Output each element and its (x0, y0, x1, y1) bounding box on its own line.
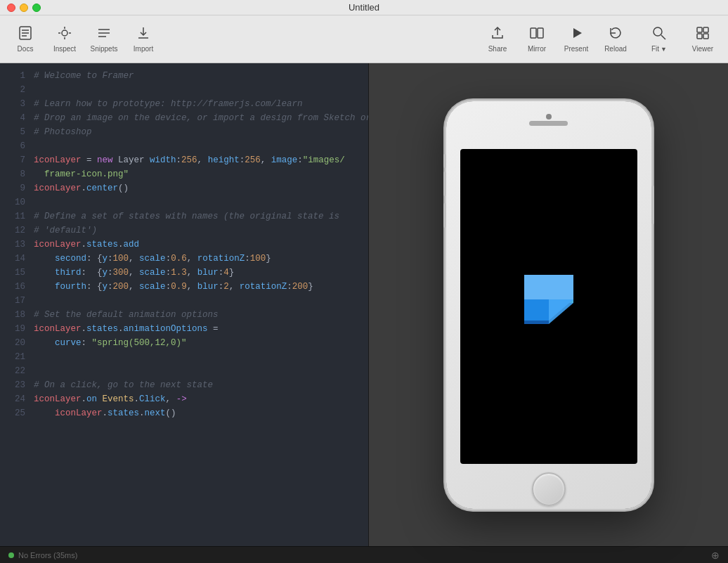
svg-rect-21 (703, 34, 708, 39)
zoom-chevron: ▼ (661, 46, 667, 53)
code-line-7: 7 iconLayer = new Layer width:256, heigh… (0, 153, 368, 167)
mirror-label: Mirror (528, 45, 546, 53)
code-line-15: 15 third: {y:300, scale:1.3, blur:4} (0, 266, 368, 280)
code-line-23: 23 # On a click, go to the next state (0, 378, 368, 392)
code-line-4: 4 # Drop an image on the device, or impo… (0, 111, 368, 125)
code-line-10: 10 (0, 195, 368, 209)
viewer-label: Viewer (692, 45, 713, 53)
code-line-5: 5 # Photoshop (0, 125, 368, 139)
traffic-lights (7, 4, 41, 12)
inspect-button[interactable]: Inspect (46, 21, 83, 58)
code-line-18: 18 # Set the default animation options (0, 308, 368, 322)
preview-area (369, 63, 728, 546)
svg-rect-19 (703, 27, 708, 32)
reload-button[interactable]: Reload (597, 21, 634, 58)
code-line-1: 1 # Welcome to Framer (0, 69, 368, 83)
code-line-25: 25 iconLayer.states.next() (0, 406, 368, 420)
toolbar-right: Share Mirror Present (479, 21, 721, 58)
code-line-14: 14 second: {y:100, scale:0.6, rotationZ:… (0, 252, 368, 266)
mirror-icon (529, 25, 545, 43)
docs-button[interactable]: Docs (7, 21, 44, 58)
minimize-button[interactable] (20, 4, 28, 12)
mute-button (443, 154, 446, 168)
zoom-icon (651, 25, 667, 43)
status-text: No Errors (35ms) (18, 551, 77, 559)
svg-marker-26 (524, 299, 549, 321)
window-title: Untitled (349, 2, 379, 13)
code-line-16: 16 fourth: {y:200, scale:0.9, blur:2, ro… (0, 280, 368, 294)
code-line-19: 19 iconLayer.states.animationOptions = (0, 322, 368, 336)
present-label: Present (564, 45, 588, 53)
code-line-21: 21 (0, 350, 368, 364)
import-icon (136, 25, 151, 43)
code-line-3: 3 # Learn how to prototype: http://frame… (0, 97, 368, 111)
docs-icon (18, 25, 33, 43)
camera (546, 114, 552, 119)
align-icon: ⊕ (711, 550, 720, 561)
code-line-2: 2 (0, 83, 368, 97)
import-label: Import (134, 45, 153, 53)
home-button[interactable] (532, 472, 566, 506)
reload-icon (608, 25, 623, 43)
share-button[interactable]: Share (479, 21, 516, 58)
status-errors: No Errors (35ms) (8, 551, 77, 559)
code-line-17: 17 (0, 294, 368, 308)
toolbar: Docs Inspect S (0, 15, 728, 63)
share-label: Share (488, 45, 507, 53)
code-content[interactable]: 1 # Welcome to Framer 2 3 # Learn how to… (0, 63, 368, 546)
zoom-button[interactable]: Fit ▼ (637, 21, 682, 58)
svg-point-4 (62, 30, 67, 36)
inspect-icon (57, 25, 72, 43)
svg-point-16 (654, 27, 662, 36)
maximize-button[interactable] (32, 4, 41, 12)
title-bar: Untitled (0, 0, 728, 15)
inspect-label: Inspect (53, 45, 76, 53)
code-line-11: 11 # Define a set of states with names (… (0, 209, 368, 224)
svg-rect-13 (531, 28, 536, 38)
import-button[interactable]: Import (125, 21, 162, 58)
snippets-icon (96, 25, 112, 43)
reload-label: Reload (604, 45, 627, 53)
iphone-top (446, 101, 651, 149)
volume-up-button (443, 172, 446, 196)
svg-marker-27 (549, 299, 573, 321)
code-line-22: 22 (0, 364, 368, 378)
present-button[interactable]: Present (558, 21, 594, 58)
volume-down-button (443, 203, 446, 228)
code-line-6: 6 (0, 139, 368, 153)
code-line-13: 13 iconLayer.states.add (0, 238, 368, 252)
svg-rect-18 (697, 27, 702, 32)
share-icon (490, 25, 505, 43)
status-bar: No Errors (35ms) ⊕ (0, 546, 728, 563)
main-area: 1 # Welcome to Framer 2 3 # Learn how to… (0, 63, 728, 546)
code-line-20: 20 curve: "spring(500,12,0)" (0, 336, 368, 350)
svg-marker-25 (524, 275, 573, 299)
code-line-8: 8 framer-icon.png" (0, 167, 368, 181)
svg-rect-14 (538, 28, 543, 38)
viewer-icon (695, 25, 710, 43)
close-button[interactable] (7, 4, 15, 12)
mirror-button[interactable]: Mirror (519, 21, 555, 58)
code-line-12: 12 # 'default') (0, 224, 368, 238)
zoom-select-wrap: Fit ▼ (651, 45, 667, 53)
svg-marker-15 (573, 28, 582, 38)
snippets-label: Snippets (91, 45, 118, 53)
present-icon (568, 25, 584, 43)
zoom-value: Fit (651, 45, 659, 53)
speaker (529, 121, 568, 126)
toolbar-left: Docs Inspect S (7, 21, 162, 58)
docs-label: Docs (18, 45, 34, 53)
status-align: ⊕ (711, 549, 720, 562)
code-line-24: 24 iconLayer.on Events.Click, -> (0, 392, 368, 406)
svg-line-17 (661, 35, 665, 39)
iphone-screen (460, 149, 637, 464)
code-editor[interactable]: 1 # Welcome to Framer 2 3 # Learn how to… (0, 63, 369, 546)
power-button (651, 186, 654, 224)
viewer-button[interactable]: Viewer (684, 21, 721, 58)
snippets-button[interactable]: Snippets (86, 21, 122, 58)
framer-app-icon (510, 268, 587, 345)
code-line-9: 9 iconLayer.center() (0, 181, 368, 195)
iphone-device (446, 101, 651, 509)
status-indicator (8, 552, 14, 558)
svg-rect-20 (697, 34, 702, 39)
